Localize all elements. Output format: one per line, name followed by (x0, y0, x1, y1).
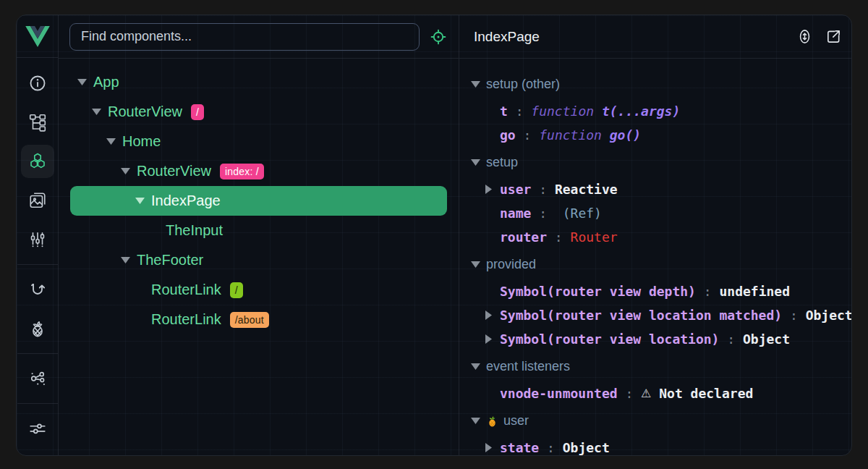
inspector-title: IndexPage (474, 29, 785, 45)
settings-icon (28, 419, 47, 438)
state-value: Reactive (555, 182, 618, 197)
key-value-separator: : (547, 229, 571, 245)
state-row-symbol-router-view-location-matched-[interactable]: Symbol(router view location matched) : O… (471, 303, 851, 327)
tree-node-label: Home (122, 133, 161, 150)
tree-node-thefooter-6[interactable]: TheFooter (70, 245, 447, 275)
key-value-separator: : (696, 284, 720, 299)
chevron-right-icon[interactable] (485, 443, 494, 452)
chevron-right-icon[interactable] (485, 334, 494, 344)
scroll-to-component-icon[interactable] (795, 28, 814, 46)
chevron-right-icon[interactable] (485, 185, 494, 194)
sidebar-item-pinia[interactable] (21, 312, 54, 345)
inspect-dom-icon[interactable] (429, 28, 448, 46)
tree-node-label: RouterView (137, 163, 211, 179)
sidebar-item-components[interactable] (21, 145, 54, 178)
section-header-provided[interactable]: provided (471, 252, 851, 276)
tree-panel-header (59, 15, 459, 59)
sidebar-divider (17, 403, 58, 404)
sidebar-item-pages-hierarchy[interactable] (21, 106, 54, 139)
tree-node-label: TheInput (166, 222, 223, 239)
sidebar-item-info[interactable] (21, 67, 54, 100)
route-badge: /about (230, 312, 269, 328)
state-row-vnode-unmounted: vnode-unmounted : ⚠ Not declared (471, 381, 851, 405)
tree-node-routerview-3[interactable]: RouterViewindex: / (70, 156, 447, 186)
chevron-down-icon[interactable] (471, 159, 480, 166)
chevron-down-icon[interactable] (471, 261, 480, 268)
tree-node-label: TheFooter (137, 252, 203, 269)
state-key: state (500, 440, 539, 455)
tree-node-routerlink-7[interactable]: RouterLink/ (70, 275, 447, 305)
state-value: Object (806, 308, 851, 323)
section-label: provided (486, 257, 536, 272)
key-value-separator: : (539, 440, 563, 455)
vue-devtools-window: AppRouterView/HomeRouterViewindex: /Inde… (16, 14, 852, 456)
state-row-router: router : Router (471, 225, 851, 249)
assets-icon (28, 191, 47, 210)
components-tree-panel: AppRouterView/HomeRouterViewindex: /Inde… (59, 15, 459, 455)
tree-node-label: RouterView (108, 103, 182, 120)
open-in-editor-icon[interactable] (824, 28, 843, 46)
section-header-event-listeners[interactable]: event listeners (471, 354, 851, 379)
state-value: Object (743, 331, 790, 347)
section-label: event listeners (486, 359, 570, 374)
key-value-separator: : (531, 206, 555, 221)
tree-node-routerview-1[interactable]: RouterView/ (70, 97, 447, 127)
search-input[interactable] (69, 23, 420, 51)
router-icon (28, 280, 47, 299)
chevron-down-icon[interactable] (121, 257, 130, 263)
state-key: t (500, 103, 508, 119)
key-value-separator: : (531, 182, 555, 197)
section-header-user[interactable]: user (471, 408, 851, 433)
pinia-pineapple-icon (486, 414, 498, 428)
timeline-icon (28, 230, 47, 249)
chevron-down-icon[interactable] (135, 198, 145, 204)
tree-node-app-0[interactable]: App (70, 67, 447, 97)
tree-node-theinput-5[interactable]: TheInput (70, 216, 447, 245)
info-icon (28, 74, 47, 93)
chevron-down-icon[interactable] (106, 138, 116, 145)
pinia-icon (28, 319, 47, 338)
key-value-separator: : (782, 308, 806, 323)
route-badge: index: / (220, 164, 264, 179)
tree-node-home-2[interactable]: Home (70, 127, 447, 156)
state-row-user[interactable]: user : Reactive (471, 177, 851, 201)
state-key: name (500, 206, 531, 221)
route-badge: / (230, 282, 243, 298)
state-key: go (500, 127, 516, 143)
state-row-symbol-router-view-location-[interactable]: Symbol(router view location) : Object (471, 327, 851, 351)
state-key: Symbol(router view depth) (500, 284, 696, 299)
state-key: Symbol(router view location matched) (500, 308, 782, 323)
chevron-down-icon[interactable] (77, 79, 87, 85)
sidebar-item-router[interactable] (21, 273, 54, 306)
chevron-right-icon[interactable] (485, 310, 494, 320)
tree-node-label: RouterLink (151, 311, 221, 328)
state-key: Symbol(router view location) (500, 331, 719, 347)
chevron-down-icon[interactable] (471, 81, 480, 88)
chevron-down-icon[interactable] (471, 418, 480, 424)
key-value-separator: : (508, 103, 532, 119)
section-header-setup-other-[interactable]: setup (other) (471, 72, 851, 96)
sidebar-item-assets[interactable] (21, 184, 54, 217)
sidebar-item-graph[interactable] (21, 362, 54, 395)
state-value: Router (571, 229, 618, 245)
chevron-down-icon[interactable] (92, 109, 101, 115)
state-row-state[interactable]: state : Object (471, 436, 851, 455)
state-key: router (500, 229, 547, 245)
state-value: undefined (719, 284, 790, 299)
sidebar-nav (17, 58, 58, 455)
route-badge: / (191, 104, 204, 120)
section-header-setup[interactable]: setup (471, 150, 851, 174)
chevron-down-icon[interactable] (471, 363, 480, 370)
tree-node-routerlink-8[interactable]: RouterLink/about (70, 305, 447, 334)
sidebar-divider (17, 353, 58, 354)
inspector-state: setup (other)t : function t(...args)go :… (459, 59, 851, 455)
state-key: vnode-unmounted (500, 386, 618, 401)
tree-node-indexpage-4[interactable]: IndexPage (70, 186, 447, 216)
tree-node-label: IndexPage (151, 193, 221, 209)
state-value: Not declared (651, 386, 753, 401)
sidebar-item-timeline[interactable] (21, 223, 54, 256)
state-row-go: go : function go() (471, 123, 851, 147)
tree-node-label: RouterLink (151, 282, 221, 298)
chevron-down-icon[interactable] (121, 168, 130, 174)
sidebar-item-settings[interactable] (21, 412, 54, 445)
